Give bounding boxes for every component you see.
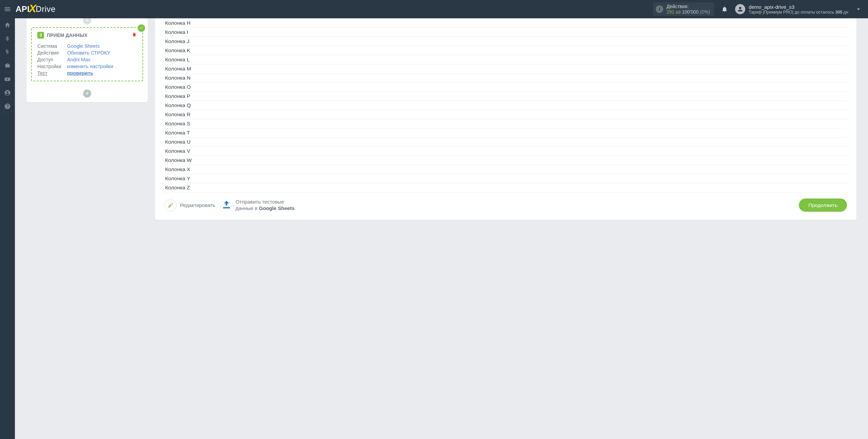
step-header: 3 ПРИЕМ ДАННЫХ xyxy=(37,32,137,39)
column-row[interactable]: Колонка M xyxy=(164,64,848,74)
actions-usage-box[interactable]: i Действия: 291 из 100'000 (0%) xyxy=(653,2,714,16)
user-circle-icon xyxy=(4,89,11,96)
column-row[interactable]: Колонка K xyxy=(164,46,848,55)
edit-label: Редактировать xyxy=(180,202,215,208)
prop-access-link[interactable]: Andrii Mav xyxy=(67,57,91,62)
home-icon xyxy=(4,22,11,28)
column-row[interactable]: Колонка L xyxy=(164,55,848,64)
sitemap-icon xyxy=(4,35,11,42)
column-row[interactable]: Колонка Q xyxy=(164,101,848,110)
brand-text-a: API xyxy=(16,4,30,14)
user-name: demo_apix-drive_s3 xyxy=(749,4,848,10)
topbar: API X Drive i Действия: 291 из 100'000 (… xyxy=(0,0,868,18)
prop-test-k: Тест xyxy=(37,70,67,76)
steps-panel: + 3 ПРИЕМ ДАННЫХ Система Google S xyxy=(26,18,148,102)
panel-footer: Редактировать Отправить тестовые данные … xyxy=(155,192,856,212)
actions-iz: из xyxy=(676,9,680,15)
edit-button[interactable]: Редактировать xyxy=(164,199,215,211)
send-line1: Отправить тестовые xyxy=(236,199,284,205)
step-title: ПРИЕМ ДАННЫХ xyxy=(47,33,87,38)
rail-billing[interactable] xyxy=(0,45,15,59)
prop-action-link[interactable]: Обновить СТРОКУ xyxy=(67,50,110,56)
rail-briefcase[interactable] xyxy=(0,59,15,72)
upload-icon-wrap xyxy=(221,200,232,211)
column-row[interactable]: Колонка I xyxy=(164,28,848,37)
step-number: 3 xyxy=(37,32,44,39)
tariff-suffix: дн xyxy=(842,10,848,15)
pencil-icon xyxy=(167,202,174,208)
column-row[interactable]: Колонка X xyxy=(164,165,848,174)
column-row[interactable]: Колонка H xyxy=(164,19,848,28)
prop-system-k: Система xyxy=(37,43,67,49)
column-row[interactable]: Колонка W xyxy=(164,156,848,165)
youtube-icon xyxy=(4,76,11,83)
tariff-line: Тариф |Премиум PRO| до оплаты осталось 3… xyxy=(749,10,848,15)
prop-test-link[interactable]: проверить xyxy=(67,70,93,76)
add-step-before-button[interactable]: + xyxy=(83,18,91,24)
step-card[interactable]: 3 ПРИЕМ ДАННЫХ Система Google Sheets Дей… xyxy=(31,27,143,81)
rail-connections[interactable] xyxy=(0,32,15,45)
avatar[interactable] xyxy=(735,4,745,14)
delete-step-button[interactable] xyxy=(132,32,137,39)
workspace: + 3 ПРИЕМ ДАННЫХ Система Google S xyxy=(15,18,868,439)
column-row[interactable]: Колонка N xyxy=(164,74,848,83)
rail-video[interactable] xyxy=(0,72,15,86)
brand-text-b: Drive xyxy=(36,4,56,14)
user-icon xyxy=(737,6,744,13)
prop-action-k: Действие xyxy=(37,50,67,56)
column-row[interactable]: Колонка P xyxy=(164,92,848,101)
add-step-after-button[interactable]: + xyxy=(83,89,91,98)
menu-toggle-button[interactable] xyxy=(0,0,15,18)
actions-count: 291 xyxy=(667,9,674,15)
actions-value: 291 из 100'000 (0%) xyxy=(667,9,710,15)
notifications-button[interactable] xyxy=(719,3,730,15)
column-list: Колонка HКолонка IКолонка JКолонка KКоло… xyxy=(164,18,848,192)
prop-access-k: Доступ xyxy=(37,57,67,62)
user-menu-toggle[interactable] xyxy=(852,3,865,15)
column-row[interactable]: Колонка R xyxy=(164,110,848,119)
actions-pct: (0%) xyxy=(700,9,710,15)
step-properties: Система Google Sheets Действие Обновить … xyxy=(37,43,137,76)
rail-home[interactable] xyxy=(0,18,15,32)
check-icon xyxy=(139,26,144,30)
column-row[interactable]: Колонка U xyxy=(164,138,848,147)
user-block[interactable]: demo_apix-drive_s3 Тариф |Премиум PRO| д… xyxy=(749,4,848,15)
tariff-name: Премиум PRO xyxy=(764,10,792,15)
step-complete-badge xyxy=(138,24,145,32)
actions-total: 100'000 xyxy=(682,9,698,15)
column-row[interactable]: Колонка Z xyxy=(164,183,848,192)
chevron-down-icon xyxy=(855,6,862,13)
continue-button[interactable]: Продолжить xyxy=(799,198,847,212)
actions-label: Действия: xyxy=(667,4,710,9)
upload-icon xyxy=(221,200,232,210)
column-row[interactable]: Колонка O xyxy=(164,83,848,92)
column-row[interactable]: Колонка S xyxy=(164,119,848,128)
rail-help[interactable] xyxy=(0,100,15,113)
side-rail xyxy=(0,18,15,439)
column-row[interactable]: Колонка T xyxy=(164,128,848,138)
column-row[interactable]: Колонка Y xyxy=(164,174,848,183)
prop-settings-k: Настройки xyxy=(37,64,67,69)
info-icon: i xyxy=(656,5,663,13)
briefcase-icon xyxy=(4,62,11,69)
send-line2b: Google Sheets xyxy=(259,205,295,211)
trash-icon xyxy=(132,32,137,37)
prop-system-link[interactable]: Google Sheets xyxy=(67,43,100,49)
send-test-button[interactable]: Отправить тестовые данные в Google Sheet… xyxy=(221,199,295,212)
prop-settings-link[interactable]: изменить настройки xyxy=(67,64,113,69)
brand-logo[interactable]: API X Drive xyxy=(16,4,56,15)
edit-icon-wrap xyxy=(164,199,177,211)
help-icon xyxy=(4,103,11,110)
send-line2a: данные в xyxy=(236,205,259,211)
column-row[interactable]: Колонка J xyxy=(164,37,848,46)
columns-panel: Колонка HКолонка IКолонка JКолонка KКоло… xyxy=(155,18,856,220)
send-test-label: Отправить тестовые данные в Google Sheet… xyxy=(236,199,295,212)
column-row[interactable]: Колонка V xyxy=(164,147,848,156)
hamburger-icon xyxy=(4,5,11,13)
tariff-prefix: Тариф | xyxy=(749,10,764,15)
brand-x-icon: X xyxy=(29,3,37,14)
rail-account[interactable] xyxy=(0,86,15,100)
dollar-icon xyxy=(4,49,11,56)
bell-icon xyxy=(721,6,728,13)
tariff-days: 305 xyxy=(835,10,842,15)
